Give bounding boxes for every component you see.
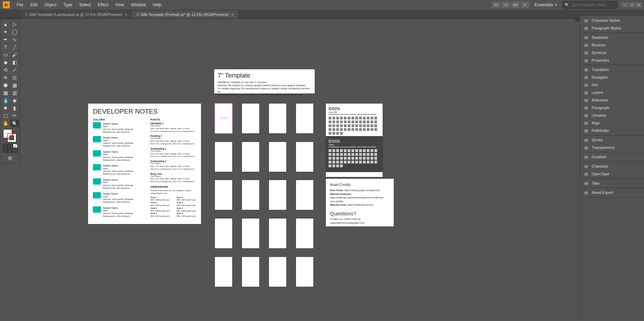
direct-selection-tool[interactable]: ▷ <box>10 20 19 28</box>
canvas[interactable]: 7" Template 480x800 px Template for use … <box>20 19 580 321</box>
panel-symbols[interactable]: ▤Symbols <box>580 49 644 56</box>
template-artboard[interactable] <box>296 219 313 248</box>
blend-tool[interactable]: ◉ <box>10 97 19 104</box>
search-stock-field[interactable]: 🔍 <box>562 1 618 9</box>
panel-info[interactable]: ▤Info <box>580 81 644 89</box>
artboard-tool[interactable]: ▢ <box>1 112 10 119</box>
template-artboard[interactable] <box>215 257 232 287</box>
eraser-tool[interactable]: ◧ <box>10 59 19 66</box>
shaper-tool[interactable]: ◆ <box>1 59 10 66</box>
top-icon[interactable]: ⟳ <box>521 2 529 8</box>
close-window-button[interactable]: ✕ <box>636 2 642 7</box>
hand-tool[interactable]: ✋ <box>1 119 10 127</box>
workspace-switcher[interactable]: Essentials ▼ <box>531 1 561 9</box>
template-artboard[interactable] <box>242 219 259 248</box>
curvature-tool[interactable]: ∿ <box>10 36 19 43</box>
panel-transform[interactable]: ▤Transform <box>580 66 644 73</box>
mesh-tool[interactable]: ▦ <box>1 89 10 97</box>
menu-window[interactable]: Window <box>128 2 149 7</box>
zoom-tool[interactable]: 🔍 <box>10 119 19 127</box>
template-artboard[interactable] <box>269 219 286 248</box>
menu-edit[interactable]: Edit <box>27 2 41 7</box>
draw-normal-btn[interactable] <box>2 149 7 153</box>
close-icon[interactable]: × <box>125 12 127 17</box>
screen-mode-btn[interactable]: ⊞ <box>6 154 15 162</box>
template-artboard[interactable] <box>242 142 259 172</box>
artboard-icons[interactable]: icons Gray 700 A sampling for use in you… <box>326 104 383 177</box>
panel-paragraph-styles[interactable]: ▤Paragraph Styles <box>580 24 644 32</box>
menu-file[interactable]: File <box>13 2 27 7</box>
panel-gradient[interactable]: ▤Gradient <box>580 153 644 161</box>
width-tool[interactable]: ≋ <box>1 74 10 81</box>
template-artboard[interactable] <box>242 180 259 210</box>
rotate-tool[interactable]: ⟲ <box>1 66 10 74</box>
panel-layers[interactable]: ▤Layers <box>580 89 644 96</box>
pen-tool[interactable]: ✒ <box>1 36 10 43</box>
document-tab[interactable]: 7- SIM Template (Landscape).ai @ 12.5% (… <box>21 11 131 18</box>
template-artboard[interactable] <box>296 142 313 172</box>
line-tool[interactable]: ╱ <box>10 43 19 51</box>
symbol-sprayer-tool[interactable]: ✹ <box>1 104 10 112</box>
panel-swatches[interactable]: ▤Swatches <box>580 34 644 41</box>
paintbrush-tool[interactable]: 🖌 <box>10 51 19 59</box>
top-icon[interactable]: Br <box>492 2 500 8</box>
panel-navigator[interactable]: ▤Navigator <box>580 73 644 81</box>
menu-type[interactable]: Type <box>60 2 76 7</box>
fill-stroke-swatches[interactable] <box>2 128 18 142</box>
gradient-mode-btn[interactable] <box>8 144 12 148</box>
maximize-button[interactable]: ☐ <box>629 2 635 7</box>
perspective-tool[interactable]: ▦ <box>10 81 19 89</box>
template-artboard[interactable] <box>215 180 232 210</box>
document-tab[interactable]: 7- SIM Template (Portrait).ai* @ 12.5% (… <box>132 11 238 18</box>
template-artboard[interactable] <box>269 104 286 133</box>
draw-inside-btn[interactable] <box>13 149 18 153</box>
free-transform-tool[interactable]: ⊡ <box>10 74 19 81</box>
color-mode-btn[interactable] <box>2 144 7 148</box>
slice-tool[interactable]: ✂ <box>10 112 19 119</box>
draw-behind-btn[interactable] <box>8 149 12 153</box>
template-artboard[interactable] <box>242 257 259 287</box>
template-artboard[interactable] <box>215 142 232 172</box>
panel-stroke[interactable]: ▤Stroke <box>580 136 644 144</box>
panel-character[interactable]: ▤Character <box>580 162 644 170</box>
scale-tool[interactable]: ⤢ <box>10 66 19 74</box>
magic-wand-tool[interactable]: ✦ <box>1 28 10 36</box>
minimize-button[interactable]: ─ <box>622 2 628 7</box>
panel-tabs[interactable]: ▤Tabs <box>580 179 644 187</box>
top-icon[interactable]: ⊞▾ <box>511 2 520 8</box>
artboard-dev-notes[interactable]: DEVELOPER NOTES COLORS Swatch NameHex#Us… <box>88 104 201 224</box>
selection-tool[interactable]: ▲ <box>1 20 10 28</box>
template-artboard[interactable]: Live Area <box>215 104 232 133</box>
template-artboard[interactable] <box>269 142 286 172</box>
column-graph-tool[interactable]: ▮ <box>10 104 19 112</box>
artboard-credits[interactable]: Asset Credits Noto Fonts: https://www.go… <box>326 179 394 226</box>
top-icon[interactable]: St <box>502 2 510 8</box>
panel-properties[interactable]: ▤Properties <box>580 56 644 64</box>
type-tool[interactable]: T <box>1 43 10 51</box>
menu-select[interactable]: Select <box>76 2 94 7</box>
template-artboard[interactable] <box>296 104 313 133</box>
template-artboard[interactable] <box>242 104 259 133</box>
panel-libraries[interactable]: ▤Libraries <box>580 112 644 119</box>
panel-asset-export[interactable]: ▤Asset Export <box>580 189 644 196</box>
gradient-tool[interactable]: ▥ <box>10 89 19 97</box>
rectangle-tool[interactable]: ▭ <box>1 51 10 59</box>
panel-opentype[interactable]: ▤OpenType <box>580 170 644 178</box>
panel-paragraph[interactable]: ▤Paragraph <box>580 104 644 112</box>
panel-pathfinder[interactable]: ▤Pathfinder <box>580 127 644 134</box>
panel-brushes[interactable]: ▤Brushes <box>580 41 644 49</box>
lasso-tool[interactable]: ◯ <box>10 28 19 36</box>
close-icon[interactable]: × <box>232 12 234 17</box>
template-artboard[interactable] <box>215 219 232 248</box>
panel-character-styles[interactable]: ▤Character Styles <box>580 17 644 24</box>
panel-artboards[interactable]: ▤Artboards <box>580 96 644 104</box>
menu-object[interactable]: Object <box>41 2 60 7</box>
menu-effect[interactable]: Effect <box>94 2 112 7</box>
panel-align[interactable]: ▤Align <box>580 119 644 127</box>
shape-builder-tool[interactable]: ⬢ <box>1 81 10 89</box>
scrollbar[interactable] <box>575 19 580 21</box>
template-artboard[interactable] <box>296 180 313 210</box>
artboard-title[interactable]: 7" Template 480x800 px Template for use … <box>214 69 315 93</box>
menu-help[interactable]: Help <box>149 2 165 7</box>
template-artboard[interactable] <box>296 257 313 287</box>
